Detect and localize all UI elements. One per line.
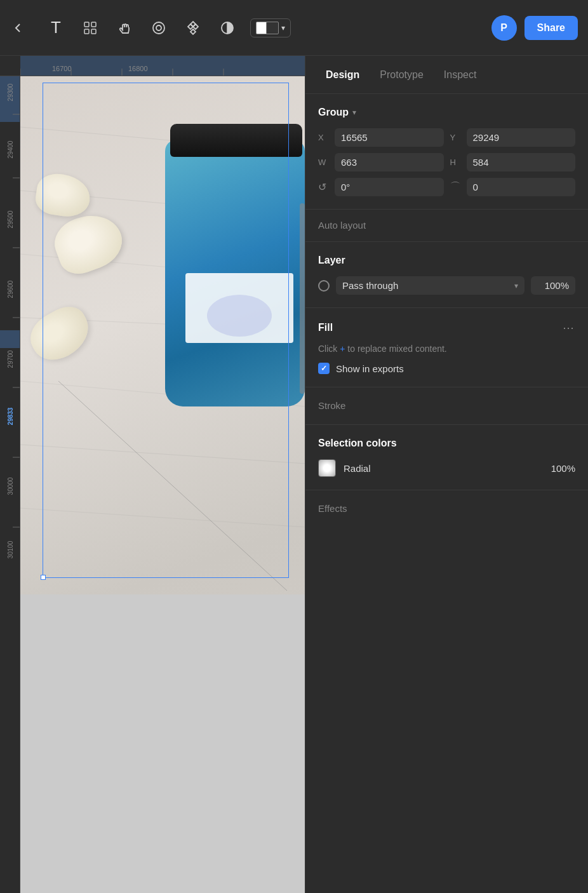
effects-title: Effects [318, 503, 347, 514]
fill-section: Fill ⋯ Click + to replace mixed content.… [305, 308, 588, 387]
group-header: Group ▾ [318, 107, 575, 118]
background-color[interactable] [266, 22, 279, 34]
svg-rect-0 [84, 22, 89, 27]
canvas-gray-bottom [20, 594, 305, 893]
ruler-h-ticks [20, 56, 305, 76]
panel-tabs: Design Prototype Inspect [305, 56, 588, 94]
show-in-exports-row: ✓ Show in exports [318, 363, 575, 374]
fill-note: Click + to replace mixed content. [318, 344, 575, 354]
w-label: W [318, 158, 331, 167]
color-chevron: ▾ [281, 24, 285, 32]
blend-mode-select[interactable]: Pass through ▾ [336, 276, 525, 295]
group-title: Group [318, 107, 349, 118]
contrast-tool-icon[interactable] [216, 17, 239, 39]
layer-title: Layer [318, 255, 345, 266]
y-value[interactable]: 29249 [467, 128, 576, 147]
hand-tool-icon[interactable] [113, 17, 136, 39]
rotation-label: ↺ [318, 181, 331, 193]
text-tool-icon[interactable]: T [44, 17, 67, 39]
selection-color-name: Radial [344, 463, 544, 474]
toolbar: T [0, 0, 588, 56]
svg-line-25 [20, 508, 305, 527]
tab-inspect[interactable]: Inspect [436, 65, 484, 84]
blend-chevron: ▾ [514, 281, 518, 290]
auto-layout-title: Auto layout [318, 220, 366, 231]
ruler-horizontal: 16700 16800 [0, 56, 305, 76]
auto-layout-section: Auto layout [305, 210, 588, 242]
h-label: H [450, 158, 463, 167]
components-tool-icon[interactable] [79, 17, 102, 39]
rotation-value[interactable]: 0° [335, 178, 444, 196]
canvas-with-ruler: 16700 16800 [0, 56, 305, 893]
svg-line-24 [20, 445, 305, 464]
checkbox-check-icon: ✓ [321, 364, 327, 373]
stroke-section: Stroke [305, 387, 588, 425]
selection-colors-title: Selection colors [318, 438, 397, 449]
show-in-exports-label: Show in exports [336, 363, 404, 374]
fill-note-plus: + [340, 344, 345, 354]
main-area: 16700 16800 [0, 56, 588, 893]
x-label: X [318, 133, 331, 142]
layer-header: Layer [318, 255, 575, 266]
comment-tool-icon[interactable] [147, 17, 170, 39]
toolbar-right: P Share [491, 15, 578, 41]
radial-color-swatch[interactable] [318, 459, 336, 477]
opacity-value[interactable]: 100% [531, 276, 575, 295]
xy-grid: X 16565 Y 29249 W 663 H 584 ↺ [318, 128, 575, 196]
tab-prototype[interactable]: Prototype [372, 65, 431, 84]
tab-design[interactable]: Design [318, 65, 367, 84]
fill-menu-dots[interactable]: ⋯ [563, 321, 575, 335]
canvas[interactable] [20, 76, 305, 893]
blend-mode-icon [318, 280, 330, 292]
w-value[interactable]: 663 [335, 153, 444, 171]
share-button[interactable]: Share [525, 16, 578, 40]
h-prop: H 584 [450, 153, 576, 171]
y-label: Y [450, 133, 463, 142]
jar-label [185, 273, 293, 343]
fill-header: Fill ⋯ [318, 321, 575, 335]
fill-title: Fill [318, 322, 333, 333]
scrollbar-vertical[interactable] [300, 203, 305, 394]
svg-rect-3 [91, 29, 96, 34]
selection-colors-header: Selection colors [318, 438, 575, 449]
x-prop: X 16565 [318, 128, 444, 147]
group-section: Group ▾ X 16565 Y 29249 W 663 [305, 94, 588, 210]
svg-point-5 [156, 25, 161, 30]
group-dropdown[interactable]: Group ▾ [318, 107, 356, 118]
svg-rect-1 [91, 22, 96, 27]
canvas-background [20, 76, 305, 893]
h-value[interactable]: 584 [467, 153, 576, 171]
effects-section: Effects [305, 490, 588, 527]
svg-rect-2 [84, 29, 89, 34]
stroke-title: Stroke [318, 400, 345, 411]
selection-color-row: Radial 100% [318, 459, 575, 477]
show-in-exports-checkbox[interactable]: ✓ [318, 363, 330, 374]
x-value[interactable]: 16565 [335, 128, 444, 147]
corner-label: ⌒ [450, 180, 463, 194]
y-prop: Y 29249 [450, 128, 576, 147]
selection-colors-section: Selection colors Radial 100% [305, 425, 588, 490]
layer-section: Layer Pass through ▾ 100% [305, 242, 588, 308]
toolbar-left: T [10, 17, 479, 39]
group-chevron: ▾ [352, 108, 356, 117]
svg-point-4 [153, 22, 164, 34]
ruler-v-ticks [0, 76, 20, 893]
canvas-row: 29300 29400 29500 29600 29700 29833 3000… [0, 76, 305, 893]
right-panel: Design Prototype Inspect Group ▾ X 16565… [305, 56, 588, 893]
corner-value[interactable]: 0 [467, 178, 576, 196]
w-prop: W 663 [318, 153, 444, 171]
menu-icon[interactable] [10, 17, 33, 39]
jar-lid [170, 124, 302, 157]
blend-mode-value: Pass through [342, 280, 511, 291]
selection-color-opacity: 100% [551, 463, 575, 474]
avatar[interactable]: P [491, 15, 517, 41]
canvas-area: 16700 16800 [0, 56, 305, 893]
pen-tool-icon[interactable] [182, 17, 204, 39]
rotation-prop: ↺ 0° [318, 178, 444, 196]
corner-prop: ⌒ 0 [450, 178, 576, 196]
color-swatch-group[interactable]: ▾ [250, 18, 291, 37]
layer-row: Pass through ▾ 100% [318, 276, 575, 295]
ruler-vertical: 29300 29400 29500 29600 29700 29833 3000… [0, 76, 20, 893]
